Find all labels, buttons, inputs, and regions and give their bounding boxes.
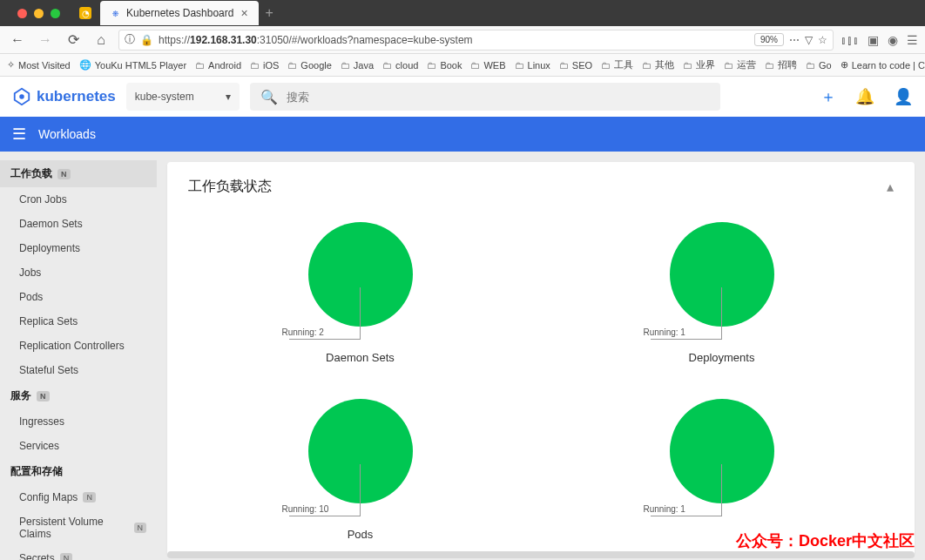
chart-name: Deployments (689, 351, 755, 364)
search-icon: 🔍 (260, 89, 278, 105)
zoom-badge[interactable]: 90% (754, 33, 784, 46)
chart-daemonsets: Running: 2 Daemon Sets (247, 222, 474, 364)
search-input[interactable] (287, 91, 710, 104)
collapse-icon[interactable]: ▴ (887, 179, 894, 195)
workload-status-card: 工作负载状态 ▴ Running: 2 Daemon Sets (167, 162, 915, 557)
bookmark-item[interactable]: 🗀Book (427, 60, 462, 71)
bookmark-item[interactable]: 🗀Go (806, 60, 832, 71)
pie-chart-icon (308, 399, 413, 503)
tab-favicon-icon: ⎈ (109, 7, 121, 19)
tab-kubernetes[interactable]: ⎈ Kubernetes Dashboard × (100, 1, 259, 25)
brand-logo[interactable]: kubernetes (12, 87, 116, 106)
close-tab-icon[interactable]: × (239, 6, 249, 20)
folder-icon: 🗀 (515, 60, 524, 71)
bookmark-star-icon[interactable]: ☆ (818, 34, 827, 46)
sidebar-item-jobs[interactable]: Jobs (0, 260, 157, 285)
sidebar-item-pvc[interactable]: Persistent Volume Claims N (0, 509, 157, 546)
back-button[interactable]: ← (7, 30, 28, 51)
sidebar-icon[interactable]: ▣ (868, 33, 879, 47)
extension-icon[interactable]: ◉ (888, 33, 898, 47)
sidebar-item-secrets[interactable]: Secrets N (0, 546, 157, 560)
section-bar: ☰ Workloads (0, 117, 925, 152)
address-bar[interactable]: ⓘ 🔒 https://192.168.31.30:31050/#/worklo… (118, 30, 834, 51)
minimize-window-icon[interactable] (34, 9, 44, 18)
pie-chart-icon (670, 399, 774, 503)
sidebar-item-pods[interactable]: Pods (0, 285, 157, 309)
bookmark-item[interactable]: 🗀工具 (601, 58, 633, 71)
n-badge: N (37, 391, 50, 401)
sidebar-item-cronjobs[interactable]: Cron Jobs (0, 187, 157, 212)
bookmark-item[interactable]: 🗀WEB (470, 60, 505, 71)
browser-toolbar: ← → ⟳ ⌂ ⓘ 🔒 https://192.168.31.30:31050/… (0, 26, 925, 54)
leader-line (651, 516, 722, 516)
folder-icon: 🗀 (382, 60, 392, 71)
content-area: 工作负载状态 ▴ Running: 2 Daemon Sets (157, 152, 925, 560)
bookmark-item[interactable]: 🗀其他 (642, 58, 674, 71)
chart-label: Running: 1 (644, 504, 685, 514)
sidebar-item-statefulsets[interactable]: Stateful Sets (0, 358, 157, 382)
bookmark-item[interactable]: 🗀业界 (683, 58, 715, 71)
svg-point-1 (19, 94, 24, 99)
home-button[interactable]: ⌂ (91, 30, 111, 51)
maximize-window-icon[interactable] (51, 9, 60, 18)
bell-icon[interactable]: 🔔 (855, 87, 874, 106)
horizontal-scrollbar[interactable] (167, 551, 915, 558)
more-url-icon[interactable]: ⋯ (789, 34, 800, 46)
folder-icon: 🗀 (724, 60, 733, 71)
bookmark-item[interactable]: 🗀运营 (724, 58, 756, 71)
bookmark-item[interactable]: ⊕Learn to code | Cod... (841, 59, 925, 71)
n-badge: N (60, 553, 73, 560)
toolbar-right: ⫾⫿⫾ ▣ ◉ ☰ (841, 33, 918, 47)
bookmark-item[interactable]: ✧Most Visited (7, 59, 71, 71)
sidebar-item-services[interactable]: 服务 N (0, 382, 157, 409)
pie-chart-icon (308, 222, 413, 327)
shield-icon: ⓘ (125, 32, 135, 47)
hamburger-icon[interactable]: ☰ (12, 125, 26, 144)
chevron-down-icon: ▾ (226, 91, 231, 103)
add-button[interactable]: ＋ (820, 86, 836, 107)
sidebar-item-deployments[interactable]: Deployments (0, 236, 157, 260)
reload-button[interactable]: ⟳ (63, 30, 84, 51)
reader-icon[interactable]: ▽ (805, 34, 813, 46)
chart-name: Pods (348, 528, 374, 541)
bookmark-item[interactable]: 🗀iOS (250, 60, 279, 71)
k8s-header: kubernetes kube-system ▾ 🔍 ＋ 🔔 👤 (0, 77, 925, 117)
bookmark-item[interactable]: 🗀SEO (559, 60, 592, 71)
browser-tab-strip: ◔ ⎈ Kubernetes Dashboard × + (0, 0, 925, 26)
new-tab-button[interactable]: + (259, 5, 280, 21)
n-badge: N (57, 169, 71, 179)
close-window-icon[interactable] (17, 9, 27, 18)
sidebar-item-services-sub[interactable]: Services (0, 434, 157, 458)
folder-icon: 🗀 (427, 60, 436, 71)
watermark-text: 公众号：Docker中文社区 (736, 530, 915, 551)
sidebar-item-replicationcontrollers[interactable]: Replication Controllers (0, 334, 157, 358)
bookmark-item[interactable]: 🌐YouKu HTML5 Player (79, 59, 186, 71)
library-icon[interactable]: ⫾⫿⫾ (841, 33, 859, 47)
forward-button[interactable]: → (35, 30, 56, 51)
sidebar-item-replicasets[interactable]: Replica Sets (0, 309, 157, 334)
bookmark-item[interactable]: 🗀Java (341, 60, 374, 71)
search-box[interactable]: 🔍 (250, 83, 720, 111)
bookmark-item[interactable]: 🗀Android (195, 60, 241, 71)
chart-label: Running: 10 (282, 504, 329, 514)
n-badge: N (83, 492, 96, 503)
menu-icon[interactable]: ☰ (907, 33, 918, 47)
tab-other[interactable]: ◔ (71, 1, 100, 25)
leader-line (651, 339, 722, 340)
sidebar-item-ingresses[interactable]: Ingresses (0, 409, 157, 434)
bookmark-item[interactable]: 🗀cloud (382, 60, 418, 71)
kubernetes-wheel-icon (12, 87, 31, 106)
folder-icon: 🗀 (765, 60, 774, 71)
sidebar-item-config[interactable]: 配置和存储 (0, 458, 157, 485)
bookmark-item[interactable]: 🗀Google (287, 60, 331, 71)
account-icon[interactable]: 👤 (894, 87, 913, 106)
sidebar: 工作负载 N Cron Jobs Daemon Sets Deployments… (0, 152, 157, 560)
namespace-select[interactable]: kube-system ▾ (126, 83, 240, 111)
leader-line (289, 339, 361, 340)
n-badge: N (134, 523, 147, 533)
bookmark-item[interactable]: 🗀招聘 (765, 58, 797, 71)
sidebar-item-workloads[interactable]: 工作负载 N (0, 160, 157, 187)
sidebar-item-configmaps[interactable]: Config Maps N (0, 485, 157, 509)
sidebar-item-daemonsets[interactable]: Daemon Sets (0, 212, 157, 236)
bookmark-item[interactable]: 🗀Linux (515, 60, 550, 71)
